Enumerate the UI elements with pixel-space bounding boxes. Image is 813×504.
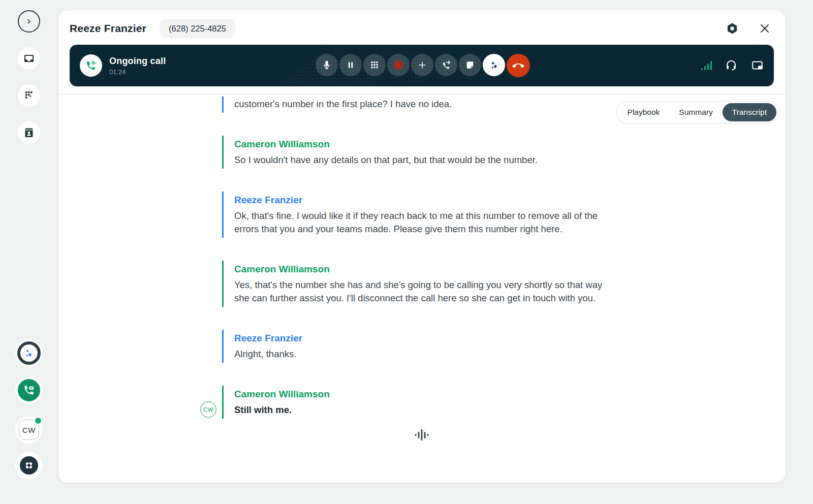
window-header: Reeze Franzier (628) 225-4825 <box>58 10 785 44</box>
call-end-icon <box>512 59 524 72</box>
record-button[interactable] <box>387 54 410 76</box>
speaker-name: Cameron Williamson <box>234 137 609 152</box>
transcript-entry: CW Cameron Williamson Still with me. <box>222 386 609 419</box>
speaker-name: Reeze Franzier <box>234 193 609 208</box>
mute-button[interactable] <box>316 54 338 76</box>
notes-button[interactable] <box>459 54 481 76</box>
sidebar-item-ai-assistant[interactable] <box>15 339 43 367</box>
transcript-text: customer's number in the first place? I … <box>234 98 609 111</box>
call-status-title: Ongoing call <box>109 56 166 67</box>
transcript-text: Ok, that's fine. I would like it if they… <box>234 209 609 236</box>
call-window: Reeze Franzier (628) 225-4825 <box>58 10 785 483</box>
ai-sparkles-icon <box>22 346 36 360</box>
call-controls <box>316 54 530 77</box>
note-icon <box>465 60 475 70</box>
phone-transfer-icon <box>441 59 452 71</box>
sidebar-item-call-messages[interactable] <box>15 376 43 404</box>
call-message-circle <box>18 379 40 401</box>
transcript-entry: customer's number in the first place? I … <box>222 97 609 113</box>
end-call-button[interactable] <box>507 54 530 77</box>
speaker-name: Cameron Williamson <box>234 262 609 277</box>
add-call-button[interactable] <box>411 54 433 76</box>
view-tabs: Playbook Summary Transcript <box>616 101 778 123</box>
chevron-right-icon <box>24 16 34 26</box>
close-icon <box>759 22 771 35</box>
speaker-name: Reeze Franzier <box>234 331 609 346</box>
apps-flower-icon <box>20 456 38 475</box>
tab-playbook[interactable]: Playbook <box>618 103 670 121</box>
phone-in-talk-icon <box>85 59 97 72</box>
transcript-text: Still with me. <box>234 403 609 417</box>
sidebar-item-contacts[interactable] <box>18 121 40 144</box>
close-button[interactable] <box>758 21 772 36</box>
audio-waveform-icon <box>415 429 429 441</box>
headset-icon <box>725 59 738 72</box>
ai-sparkle-icon <box>487 58 501 72</box>
picture-in-picture-icon <box>751 59 764 72</box>
presence-dot <box>34 417 42 425</box>
phone-chat-icon <box>22 384 36 397</box>
contacts-book-icon <box>23 127 35 139</box>
avatar: CW <box>19 420 39 440</box>
ai-button[interactable] <box>483 54 505 76</box>
pause-icon <box>346 60 356 70</box>
left-sidebar: CW <box>0 0 58 504</box>
hold-button[interactable] <box>339 54 362 76</box>
transcript-entry: Reeze Franzier Ok, that's fine. I would … <box>222 192 609 238</box>
sidebar-item-dialer[interactable] <box>18 84 40 107</box>
transcript-list[interactable]: customer's number in the first place? I … <box>222 97 609 442</box>
transcript-text: Yes, that's the number she has and she's… <box>234 278 609 305</box>
settings-button[interactable] <box>725 21 739 36</box>
plus-icon <box>417 60 427 70</box>
contact-name: Reeze Franzier <box>70 22 146 35</box>
phone-number-chip[interactable]: (628) 225-4825 <box>160 19 235 38</box>
microphone-icon <box>321 59 332 71</box>
sidebar-item-inbox[interactable] <box>18 47 40 70</box>
settings-nut-icon <box>726 22 739 35</box>
expand-sidebar-button[interactable] <box>18 10 40 33</box>
speaker-name: Cameron Williamson <box>234 387 609 402</box>
tab-summary[interactable]: Summary <box>669 103 722 121</box>
active-call-badge <box>80 54 102 77</box>
ai-ring <box>17 341 41 365</box>
inbox-icon <box>23 52 35 65</box>
call-timer: 01:24 <box>109 68 166 76</box>
speaker-avatar: CW <box>200 401 216 418</box>
transcript-text: Alright, thanks. <box>234 348 609 361</box>
dialpad-button[interactable] <box>363 54 386 76</box>
dialpad-icon <box>369 60 380 70</box>
call-status: Ongoing call 01:24 <box>80 54 166 77</box>
picture-in-picture-button[interactable] <box>751 58 765 73</box>
transfer-call-button[interactable] <box>435 54 457 76</box>
sidebar-item-apps[interactable] <box>15 452 43 479</box>
signal-strength-icon <box>701 61 712 70</box>
transcript-text: So I wouldn't have any details on that p… <box>234 153 609 167</box>
transcript-panel: Playbook Summary Transcript customer's n… <box>58 94 785 483</box>
tab-transcript[interactable]: Transcript <box>723 103 776 121</box>
record-icon <box>394 60 403 70</box>
avatar-initials: CW <box>22 426 36 434</box>
sidebar-item-user-avatar[interactable]: CW <box>15 416 43 444</box>
transcript-entry: Cameron Williamson Yes, that's the numbe… <box>222 261 609 307</box>
transcript-entry: Reeze Franzier Alright, thanks. <box>222 330 609 363</box>
transcript-entry: Cameron Williamson So I wouldn't have an… <box>222 136 609 169</box>
dialpad-lightning-icon <box>23 89 35 102</box>
audio-device-button[interactable] <box>724 58 738 73</box>
ongoing-call-bar: Ongoing call 01:24 <box>70 45 774 86</box>
call-bar-right <box>701 58 765 73</box>
